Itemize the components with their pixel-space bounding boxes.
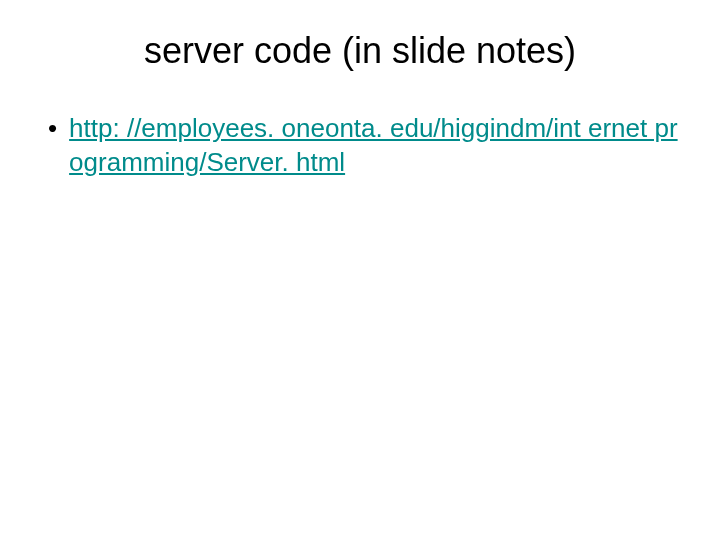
bullet-list: • http: //employees. oneonta. edu/higgin… (40, 112, 680, 180)
slide-title: server code (in slide notes) (40, 30, 680, 72)
slide-container: server code (in slide notes) • http: //e… (0, 0, 720, 540)
list-item: • http: //employees. oneonta. edu/higgin… (40, 112, 680, 180)
server-code-link[interactable]: http: //employees. oneonta. edu/higgindm… (69, 112, 680, 180)
bullet-marker: • (48, 112, 57, 146)
